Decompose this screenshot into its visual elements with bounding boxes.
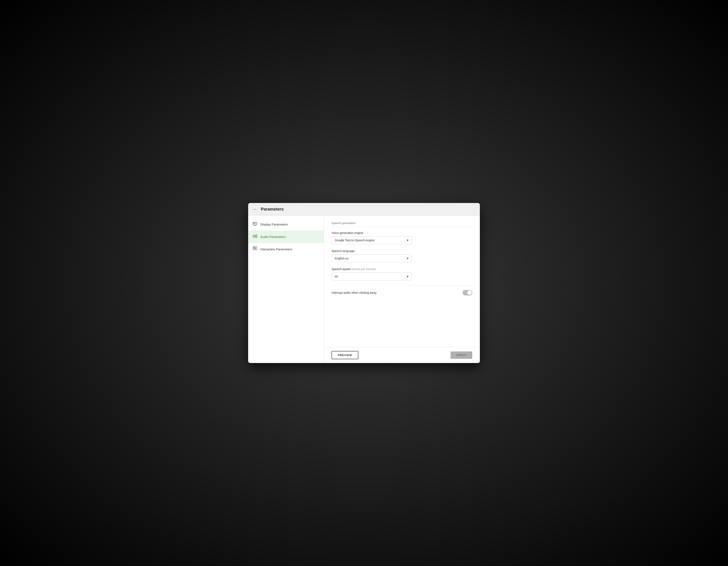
apply-button[interactable]: APPLY (451, 351, 472, 359)
speech-language-label: Speech language (332, 249, 472, 253)
back-button[interactable]: ← (253, 207, 257, 212)
back-icon: ← (253, 207, 257, 212)
interrupt-audio-row: Interrupt audio when clicking away (332, 285, 472, 299)
speech-language-group: Speech language English-us English-uk Sp… (332, 249, 472, 263)
sidebar-item-audio-label: Audio Parameters (260, 235, 286, 239)
speech-speed-group: Speech speed (words per minute) 20 30 40… (332, 268, 472, 281)
interrupt-audio-label: Interrupt audio when clicking away (332, 291, 377, 294)
speech-speed-label: Speech speed (words per minute) (332, 268, 472, 271)
sidebar: Display Parameters Audio Parameters (248, 216, 324, 363)
sidebar-item-display[interactable]: Display Parameters (248, 218, 324, 231)
sidebar-item-display-label: Display Parameters (260, 223, 288, 226)
voice-engine-select-wrapper: Google Text-to-Speech engine Amazon Poll… (332, 236, 412, 244)
section-title: Speech generation (332, 222, 472, 227)
display-icon (252, 222, 257, 227)
speech-language-select[interactable]: English-us English-uk Spanish French Ger… (332, 255, 412, 263)
page-title: Parameters (261, 207, 284, 212)
header: ← Parameters (248, 203, 480, 216)
sidebar-item-interaction[interactable]: Interaction Parameters (248, 243, 324, 256)
svg-marker-7 (256, 235, 257, 238)
speech-speed-select-wrapper: 20 30 40 50 60 70 80 ▼ (332, 273, 412, 281)
body: Display Parameters Audio Parameters (248, 216, 480, 363)
svg-rect-3 (254, 223, 255, 224)
voice-engine-select[interactable]: Google Text-to-Speech engine Amazon Poll… (332, 236, 412, 244)
interrupt-audio-toggle[interactable] (463, 290, 472, 295)
content-area: Speech generation Voice generation engin… (324, 216, 480, 347)
audio-icon (252, 234, 257, 240)
main-window: ← Parameters Display Parameter (248, 203, 480, 363)
speech-speed-select[interactable]: 20 30 40 50 60 70 80 (332, 273, 412, 281)
main-content: Speech generation Voice generation engin… (324, 216, 480, 363)
sidebar-item-interaction-label: Interaction Parameters (260, 248, 292, 251)
sidebar-item-audio[interactable]: Audio Parameters (248, 231, 324, 243)
voice-engine-group: Voice generation engine Google Text-to-S… (332, 231, 472, 244)
interaction-icon (252, 247, 257, 252)
speech-speed-sublabel: (words per minute) (351, 268, 376, 271)
voice-engine-label: Voice generation engine (332, 231, 472, 235)
speech-language-select-wrapper: English-us English-uk Spanish French Ger… (332, 255, 412, 263)
preview-button[interactable]: PREVIEW (332, 351, 358, 359)
footer: PREVIEW APPLY (324, 347, 480, 363)
